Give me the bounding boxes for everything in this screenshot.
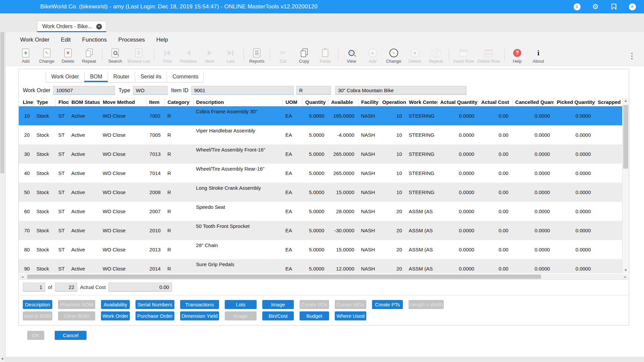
item-id-input[interactable] [191,86,294,95]
table-row[interactable]: 70StockSTActiveWO Close2010R50 Tooth Fro… [19,221,622,240]
toolbar-overflow-icon[interactable]: ⋮ [625,51,639,61]
menu-work-order[interactable]: Work Order [20,37,50,43]
item-category-field[interactable] [296,86,331,95]
tab-work-order[interactable]: Work Order [46,72,84,82]
record-number-input[interactable] [23,283,45,292]
action-serial-numbers-button[interactable]: Serial Numbers [136,300,174,309]
scroll-down-icon[interactable]: ▼ [623,268,629,272]
window-vertical-scrollbar[interactable]: ▲ ▼ [0,13,5,362]
toolbar-delete-row-button: Delete Row [476,48,501,64]
table-row[interactable]: 80StockSTActiveWO Close2013R28" ChainEA5… [19,240,622,259]
tab-serial-s[interactable]: Serial #s [135,72,167,82]
toolbar-separator [154,49,154,61]
toolbar-help-button[interactable]: ?Help [507,48,528,64]
tab-close-icon[interactable]: ✕ [96,24,102,29]
cancel-button[interactable]: Cancel [55,331,87,340]
scroll-right-icon[interactable]: ► [623,275,628,279]
cell-actual-cost: 0.00 [478,125,513,144]
table-row[interactable]: 90StockSTActiveWO Close2014RSure Grip Pe… [19,259,622,273]
cell-operation: 10 [379,106,406,125]
close-window-icon[interactable]: ✕ [629,3,636,10]
work-order-input[interactable] [53,86,115,95]
type-input[interactable] [133,86,168,95]
action-transactions-button[interactable]: Transactions [180,300,219,309]
table-horizontal-scrollbar[interactable]: ◄ ► [19,274,628,280]
table-row[interactable]: 10StockSTActiveWO Close7002RCobra Frame … [19,106,622,125]
cell-line: 20 [19,125,34,144]
tab-router[interactable]: Router [108,72,135,82]
titlebar-icons: i ⚙ ✕ [573,3,636,10]
cell-scrapped-quantity [595,164,622,183]
toolbar-change-button[interactable]: ✎Change [36,48,57,64]
doc-add-icon: + [22,48,29,58]
cell-actual-quantity: 0.0000 [437,240,478,259]
cell-picked-quantity: 0.0000 [554,221,595,240]
cell-type: Stock [34,240,56,259]
action-dimension-yield-button[interactable]: Dimension Yield [180,311,219,320]
toolbar-add-button[interactable]: +Add [15,48,36,64]
cell-item: 7005 [146,125,165,144]
bookmark-icon[interactable] [610,3,618,10]
toolbar-repeat-button[interactable]: Repeat [78,48,100,64]
scroll-left-icon[interactable]: ◄ [19,275,25,279]
scroll-down-icon[interactable]: ▼ [0,357,5,361]
action-description-button[interactable]: Description [23,300,52,309]
toolbar-paste-button: Paste [315,48,336,64]
table-row[interactable]: 20StockSTActiveWO Close7005RViper Handle… [19,125,622,144]
scrollbar-thumb[interactable] [0,19,4,173]
cell-available: 28.0000 [328,202,358,221]
action-bin-cost-button[interactable]: Bin/Cost [262,311,294,320]
action-work-order-button[interactable]: Work Order [101,311,130,320]
circle-delete-icon: ✕ [411,48,419,58]
record-count-input[interactable] [55,283,77,292]
cell-description: 28" Chain [193,240,282,259]
menu-edit[interactable]: Edit [61,37,71,43]
table-row[interactable]: 40StockSTActiveWO Close7014RWheel/Tire A… [19,164,622,183]
cell-category: R [165,144,193,164]
action-lots-button[interactable]: Lots [225,300,257,309]
scrollbar-track[interactable] [25,275,623,279]
info-icon[interactable]: i [573,3,581,10]
toolbar-search-button[interactable]: Search [105,48,126,64]
action-where-used-button[interactable]: Where Used [335,311,366,320]
tab-comments[interactable]: Comments [167,72,204,82]
cell-quantity: 5.0000 [303,125,328,144]
scrollbar-thumb[interactable] [27,275,541,279]
scroll-up-icon[interactable]: ▲ [623,99,629,102]
table-row[interactable]: 50StockSTActiveWO Close2008RLong Stroke … [19,183,622,202]
cell-actual-cost: 0.00 [478,202,513,221]
cell-category: R [165,240,193,259]
menu-help[interactable]: Help [156,37,168,43]
action-availability-button[interactable]: Availability [101,300,130,309]
toolbar-reports-button[interactable]: Reports [246,48,267,64]
table-vertical-scrollbar[interactable]: ▲ ▼ [622,98,629,273]
item-description-field[interactable] [335,86,467,95]
toolbar: +Add✎Change✕DeleteRepeatSearchBBrowse Li… [6,47,644,66]
table-row[interactable]: 60StockSTActiveWO Close2007RSpeedo SeatE… [19,202,622,221]
toolbar-add-button: +Add [362,48,383,64]
table-row[interactable]: 30StockSTActiveWO Close7013RWheel/Tire A… [19,144,622,164]
action-create-pts-button[interactable]: Create PTs [372,300,403,309]
toolbar-view-button[interactable]: View [341,48,362,64]
toolbar-change-button[interactable]: ✎Change [383,48,404,64]
action-budget-button[interactable]: Budget [300,311,329,320]
cell-operation: 20 [379,202,406,221]
cell-scrapped-quantity [595,183,622,202]
gear-icon[interactable]: ⚙ [592,3,599,10]
menu-processes[interactable]: Processes [118,37,145,43]
cell-actual-quantity: 0.0000 [437,259,478,273]
menu-functions[interactable]: Functions [82,37,107,43]
actual-cost-input[interactable] [108,283,172,292]
action-purchase-order-button[interactable]: Purchase Order [136,311,174,320]
tab-bom[interactable]: BOM [84,72,107,82]
action-image-button[interactable]: Image [262,300,294,309]
toolbar-delete-button[interactable]: ✕Delete [57,48,78,64]
scrollbar-thumb[interactable] [623,105,628,169]
document-tab[interactable]: Work Orders - Bike... ✕ [37,21,106,32]
cell-quantity: 5.0000 [303,144,328,164]
cell-scrapped-quantity [595,202,622,221]
cell-quantity: 5.0000 [303,106,328,125]
toolbar-about-button[interactable]: iAbout [528,48,549,64]
toolbar-copy-button[interactable]: Copy [293,48,315,64]
type-label: Type [118,87,130,94]
